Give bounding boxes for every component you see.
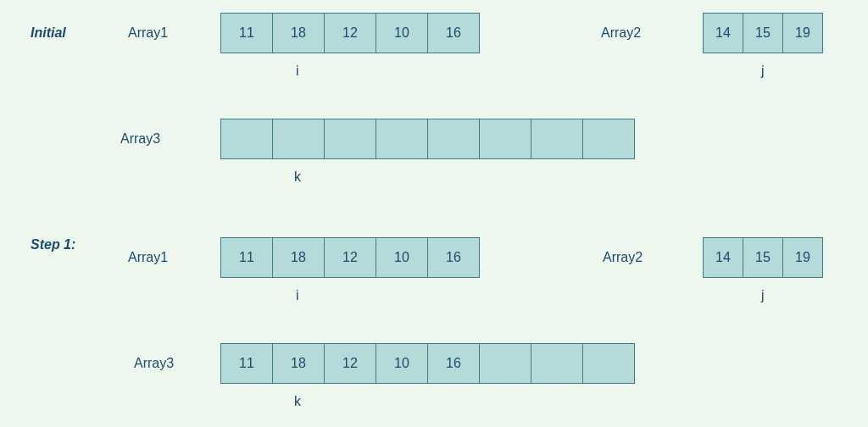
array-cell: 14 [703,13,743,53]
pointer-i: i [296,288,299,303]
step1-label: Step 1: [31,237,75,252]
array-cell: 12 [324,237,376,278]
step1-array1: 11 18 12 10 16 [220,237,480,278]
array-cell: 18 [272,13,325,53]
initial-array3 [220,119,635,159]
array-cell: 15 [743,13,783,53]
array-cell [479,343,531,384]
pointer-j: j [761,288,765,303]
array-cell: 12 [324,343,376,384]
pointer-k: k [294,169,301,185]
array-cell: 10 [376,237,428,278]
array-cell [272,119,325,159]
array-cell: 16 [427,13,480,53]
array1-label: Array1 [128,250,168,265]
array-cell: 19 [782,237,823,278]
array-cell: 16 [427,237,480,278]
array-cell: 11 [220,237,273,278]
array-cell [376,119,428,159]
array-cell [427,119,480,159]
array-cell: 10 [376,343,428,384]
array2-label: Array2 [603,250,643,265]
step1-array2: 14 15 19 [703,237,823,278]
array-cell: 10 [376,13,428,53]
initial-array1: 11 18 12 10 16 [220,13,480,53]
array-cell [531,119,583,159]
array-cell: 15 [743,237,783,278]
step1-array3: 11 18 12 10 16 [220,343,635,384]
array3-label: Array3 [134,356,174,371]
array-cell [582,343,635,384]
array-cell: 18 [272,343,325,384]
array-cell [582,119,635,159]
array-cell: 11 [220,13,273,53]
array-cell: 12 [324,13,376,53]
initial-label: Initial [31,25,66,41]
array-cell [479,119,531,159]
array-cell [220,119,273,159]
array-cell: 19 [782,13,823,53]
array-cell: 11 [220,343,273,384]
pointer-k: k [294,394,301,409]
array-cell: 16 [427,343,480,384]
array-cell [324,119,376,159]
array-cell: 18 [272,237,325,278]
initial-array2: 14 15 19 [703,13,823,53]
array-cell: 14 [703,237,743,278]
pointer-j: j [761,64,765,79]
array-cell [531,343,583,384]
array3-label: Array3 [120,131,160,147]
pointer-i: i [296,64,299,79]
array2-label: Array2 [601,25,641,41]
array1-label: Array1 [128,25,168,41]
